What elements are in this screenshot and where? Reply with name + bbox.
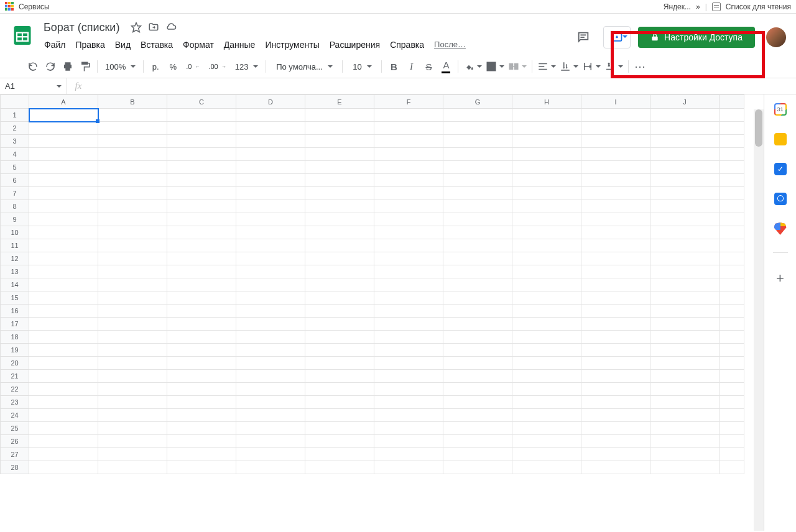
cell[interactable]	[443, 383, 512, 396]
cell[interactable]	[443, 122, 512, 135]
cell[interactable]	[443, 344, 512, 357]
font-family-dropdown[interactable]: По умолча...	[270, 58, 338, 75]
cell[interactable]	[29, 435, 98, 448]
cell[interactable]	[374, 318, 443, 331]
cell[interactable]	[374, 239, 443, 252]
cell[interactable]	[720, 187, 744, 200]
cell[interactable]	[167, 461, 236, 474]
vertical-align-button[interactable]	[558, 58, 580, 75]
cell[interactable]	[236, 174, 305, 187]
increase-decimal-button[interactable]: .00→	[205, 58, 229, 75]
cell[interactable]	[720, 305, 744, 318]
cell[interactable]	[305, 448, 374, 461]
cell[interactable]	[512, 278, 581, 291]
cell[interactable]	[374, 109, 443, 122]
cell[interactable]	[305, 422, 374, 435]
cell[interactable]	[443, 396, 512, 409]
row-header[interactable]: 15	[1, 291, 29, 305]
share-button[interactable]: Настройки Доступа	[638, 27, 755, 48]
fill-color-button[interactable]	[462, 58, 483, 75]
cell[interactable]	[167, 239, 236, 252]
cell[interactable]	[374, 344, 443, 357]
cell[interactable]	[581, 161, 650, 174]
cell[interactable]	[98, 174, 167, 187]
cell[interactable]	[443, 357, 512, 370]
cell[interactable]	[581, 200, 650, 213]
cell[interactable]	[236, 278, 305, 291]
cell[interactable]	[581, 291, 650, 305]
cell[interactable]	[374, 448, 443, 461]
cell[interactable]	[443, 239, 512, 252]
cell[interactable]	[29, 318, 98, 331]
column-header[interactable]: B	[98, 95, 167, 109]
row-header[interactable]: 12	[1, 252, 29, 265]
cell[interactable]	[167, 265, 236, 278]
cell[interactable]	[305, 409, 374, 422]
cell[interactable]	[581, 435, 650, 448]
cell[interactable]	[29, 135, 98, 148]
cell[interactable]	[29, 148, 98, 161]
cell[interactable]	[720, 291, 744, 305]
cell[interactable]	[650, 135, 720, 148]
cell[interactable]	[650, 278, 720, 291]
column-header[interactable]: C	[167, 95, 236, 109]
menu-view[interactable]: Вид	[111, 37, 135, 52]
cell[interactable]	[374, 278, 443, 291]
cell[interactable]	[650, 409, 720, 422]
zoom-dropdown[interactable]: 100%	[101, 58, 139, 75]
cell[interactable]	[443, 448, 512, 461]
cell[interactable]	[29, 461, 98, 474]
cell[interactable]	[443, 318, 512, 331]
column-header[interactable]: E	[305, 95, 374, 109]
cell[interactable]	[650, 331, 720, 344]
row-header[interactable]: 7	[1, 187, 29, 200]
cell[interactable]	[512, 305, 581, 318]
cell[interactable]	[512, 318, 581, 331]
cell[interactable]	[167, 357, 236, 370]
cell[interactable]	[512, 383, 581, 396]
cell[interactable]	[374, 331, 443, 344]
cell[interactable]	[650, 200, 720, 213]
cell[interactable]	[167, 252, 236, 265]
toolbar-more-button[interactable]: ⋯	[632, 58, 649, 75]
cell[interactable]	[512, 409, 581, 422]
cell[interactable]	[29, 305, 98, 318]
move-folder-icon[interactable]	[148, 22, 159, 33]
cell[interactable]	[305, 200, 374, 213]
cell[interactable]	[29, 448, 98, 461]
cell[interactable]	[720, 409, 744, 422]
menu-format[interactable]: Формат	[178, 37, 218, 52]
row-header[interactable]: 5	[1, 161, 29, 174]
cell[interactable]	[512, 200, 581, 213]
cell[interactable]	[512, 239, 581, 252]
cell[interactable]	[29, 265, 98, 278]
cell[interactable]	[581, 305, 650, 318]
cell[interactable]	[98, 435, 167, 448]
cell[interactable]	[236, 305, 305, 318]
cell[interactable]	[512, 357, 581, 370]
row-header[interactable]: 4	[1, 148, 29, 161]
decrease-decimal-button[interactable]: .0←	[182, 58, 203, 75]
cell[interactable]	[650, 448, 720, 461]
cell[interactable]	[581, 370, 650, 383]
cell[interactable]	[512, 461, 581, 474]
cell[interactable]	[720, 161, 744, 174]
cell[interactable]	[98, 448, 167, 461]
cell[interactable]	[650, 213, 720, 226]
cell[interactable]	[650, 226, 720, 239]
cell[interactable]	[650, 174, 720, 187]
cell[interactable]	[98, 318, 167, 331]
cell[interactable]	[581, 122, 650, 135]
cell[interactable]	[305, 187, 374, 200]
cell[interactable]	[29, 252, 98, 265]
column-header[interactable]: F	[374, 95, 443, 109]
column-header[interactable]	[720, 95, 744, 109]
column-header[interactable]: D	[236, 95, 305, 109]
cell[interactable]	[167, 135, 236, 148]
cell[interactable]	[374, 435, 443, 448]
cell[interactable]	[305, 357, 374, 370]
cell[interactable]	[167, 370, 236, 383]
cell[interactable]	[512, 344, 581, 357]
cell[interactable]	[650, 161, 720, 174]
cell[interactable]	[650, 265, 720, 278]
